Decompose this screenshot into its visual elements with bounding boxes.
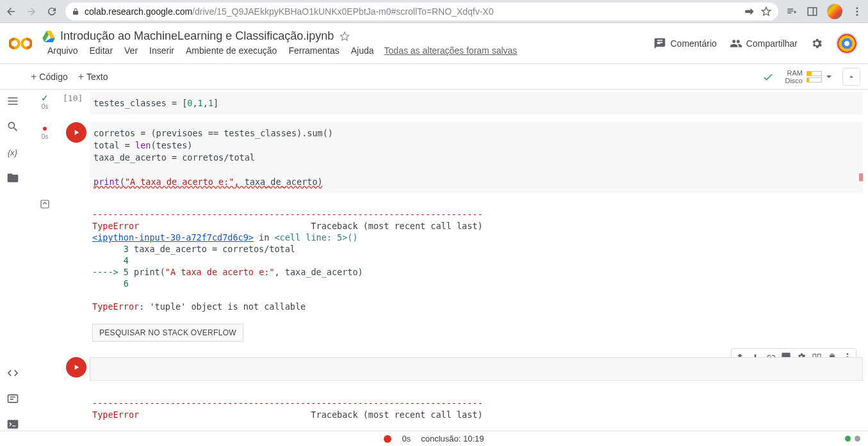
menu-inserir[interactable]: Inserir xyxy=(144,44,179,57)
share-people-icon xyxy=(730,37,742,50)
status-completed: conclusão: 10:19 xyxy=(421,434,484,443)
code-snippets-icon[interactable] xyxy=(6,367,19,379)
code-cell[interactable]: ✓ 0s [10] testes_classes = [0,1,1] xyxy=(27,92,863,115)
add-text-button[interactable]: +Texto xyxy=(78,71,108,83)
svg-rect-7 xyxy=(8,420,19,428)
chrome-avatar[interactable] xyxy=(827,4,842,19)
lock-icon xyxy=(72,8,79,15)
traceback-link[interactable]: <ipython-input-30-a72f7cd7d6c9> xyxy=(92,232,254,243)
star-outline-icon[interactable] xyxy=(760,6,772,17)
svg-text:{x}: {x} xyxy=(8,148,18,157)
svg-point-11 xyxy=(847,353,849,355)
check-icon xyxy=(762,70,774,83)
colab-header: Introdução ao MachineLearning e Classifi… xyxy=(0,23,868,64)
search-stackoverflow-button[interactable]: PESQUISAR NO STACK OVERFLOW xyxy=(92,324,243,342)
cell-output: ----------------------------------------… xyxy=(27,197,863,348)
kernel-connected-icon xyxy=(845,436,851,442)
cell-status-error-icon: ● xyxy=(42,123,47,132)
terminal-icon[interactable] xyxy=(6,418,19,431)
menu-arquivo[interactable]: Arquivo xyxy=(42,44,83,57)
menu-ver[interactable]: Ver xyxy=(119,44,143,57)
panel-icon[interactable] xyxy=(807,6,818,17)
run-button[interactable] xyxy=(66,357,86,378)
svg-rect-8 xyxy=(41,200,49,208)
exec-time: 0s xyxy=(42,133,49,140)
code-cell[interactable] xyxy=(27,357,863,381)
url-text: colab.research.google.com/drive/15_Q9JAE… xyxy=(85,6,739,17)
left-rail: {x} xyxy=(0,90,26,431)
code-editor[interactable] xyxy=(90,357,863,381)
drive-icon xyxy=(42,31,55,42)
cell-output: ----------------------------------------… xyxy=(27,386,863,420)
exec-time: 0s xyxy=(42,103,49,110)
comment-icon xyxy=(653,37,666,50)
collapse-button[interactable] xyxy=(842,68,860,86)
exec-count: [10] xyxy=(63,92,90,103)
share-icon[interactable] xyxy=(744,6,755,17)
kebab-icon[interactable] xyxy=(851,6,863,17)
playlist-icon[interactable] xyxy=(786,6,798,17)
user-avatar[interactable] xyxy=(836,33,858,54)
svg-point-0 xyxy=(856,7,858,9)
status-error-icon xyxy=(384,435,391,443)
menu-ambiente[interactable]: Ambiente de execução xyxy=(181,44,282,57)
code-editor[interactable]: testes_classes = [0,1,1] xyxy=(90,92,863,115)
run-button[interactable] xyxy=(66,122,86,143)
toc-icon[interactable] xyxy=(6,95,19,108)
reload-icon[interactable] xyxy=(46,6,58,17)
notebook-title[interactable]: Introdução ao MachineLearning e Classifi… xyxy=(60,29,334,43)
browser-toolbar: colab.research.google.com/drive/15_Q9JAE… xyxy=(0,0,868,23)
output-collapse-icon[interactable] xyxy=(39,198,51,210)
kernel-idle-icon xyxy=(855,436,860,442)
command-palette-icon[interactable] xyxy=(6,392,19,405)
menu-editar[interactable]: Editar xyxy=(84,44,118,57)
variables-icon[interactable]: {x} xyxy=(6,146,19,159)
files-icon[interactable] xyxy=(6,171,19,184)
comment-button[interactable]: Comentário xyxy=(653,37,716,50)
add-code-button[interactable]: +Código xyxy=(31,71,68,83)
gear-icon[interactable] xyxy=(810,37,823,50)
share-button[interactable]: Compartilhar xyxy=(730,37,798,50)
status-time: 0s xyxy=(402,434,411,443)
svg-point-2 xyxy=(856,13,858,15)
menu-ferramentas[interactable]: Ferramentas xyxy=(283,44,344,57)
address-bar[interactable]: colab.research.google.com/drive/15_Q9JAE… xyxy=(65,3,778,20)
colab-logo-icon[interactable] xyxy=(9,36,32,51)
menu-bar: Arquivo Editar Ver Inserir Ambiente de e… xyxy=(42,44,653,57)
star-icon[interactable] xyxy=(339,31,350,42)
action-toolbar: +Código +Texto RAMDisco xyxy=(0,64,868,90)
status-bar: 0s conclusão: 10:19 xyxy=(0,431,868,446)
caret-down-icon[interactable] xyxy=(826,74,832,80)
resource-indicator[interactable]: RAMDisco xyxy=(785,69,832,84)
notebook-area: ✓ 0s [10] testes_classes = [0,1,1] ● 0s … xyxy=(26,90,868,431)
code-editor[interactable]: corretos = (previsoes == testes_classes)… xyxy=(90,122,863,193)
back-icon[interactable] xyxy=(5,6,17,17)
cell-status-ok-icon: ✓ xyxy=(41,93,49,102)
save-status[interactable]: Todas as alterações foram salvas xyxy=(384,44,518,57)
forward-icon[interactable] xyxy=(26,6,37,17)
search-icon[interactable] xyxy=(6,120,19,133)
menu-ajuda[interactable]: Ajuda xyxy=(346,44,379,57)
svg-point-1 xyxy=(856,10,858,12)
code-cell[interactable]: ● 0s corretos = (previsoes == testes_cla… xyxy=(27,122,863,193)
